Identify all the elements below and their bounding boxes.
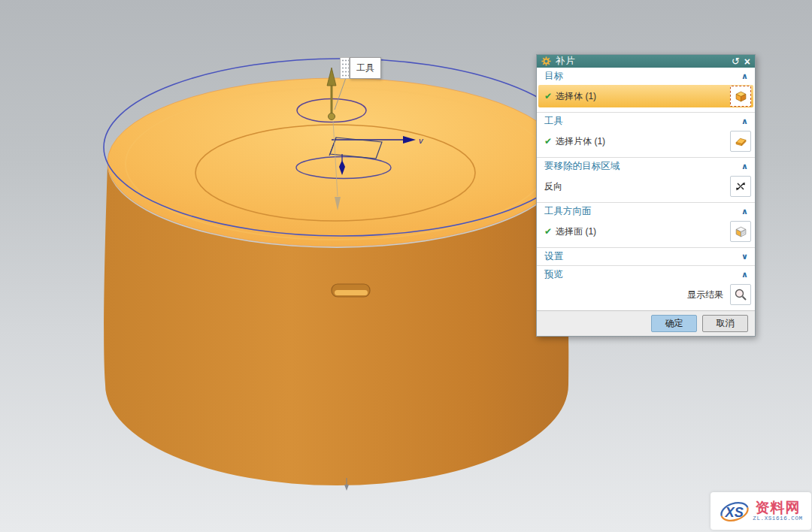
select-face-label: 选择面 (1) bbox=[556, 225, 596, 238]
section-preview-header[interactable]: 预览 ∧ bbox=[537, 266, 755, 283]
sheet-body-icon bbox=[735, 135, 747, 148]
solid-body-icon-button[interactable] bbox=[730, 86, 751, 107]
tooltip-grip-dots-icon bbox=[340, 57, 350, 79]
select-sheet-row[interactable]: ✔ 选择片体 (1) bbox=[537, 130, 755, 153]
solid-body-icon bbox=[735, 90, 747, 103]
face-select-icon bbox=[735, 225, 747, 238]
section-tool: 工具 ∧ ✔ 选择片体 (1) bbox=[537, 112, 755, 157]
watermark-domain: ZL.XS1616.COM bbox=[753, 516, 802, 522]
ok-button[interactable]: 确定 bbox=[651, 315, 697, 332]
cancel-button[interactable]: 取消 bbox=[702, 315, 748, 332]
section-preview: 预览 ∧ 显示结果 bbox=[537, 265, 755, 310]
dialog-title: 补片 bbox=[556, 55, 727, 68]
magnifier-icon bbox=[734, 288, 747, 301]
chevron-up-icon[interactable]: ∧ bbox=[741, 162, 748, 171]
select-body-label: 选择体 (1) bbox=[556, 90, 596, 103]
check-icon: ✔ bbox=[544, 226, 552, 237]
drag-tooltip: 工具 bbox=[340, 57, 381, 79]
select-sheet-label: 选择片体 (1) bbox=[556, 135, 605, 148]
chevron-up-icon[interactable]: ∧ bbox=[741, 116, 748, 126]
section-settings: 设置 ∨ bbox=[537, 247, 755, 265]
section-title: 预览 bbox=[544, 268, 741, 281]
reverse-direction-row: 反向 bbox=[537, 175, 755, 198]
xs-logo-icon: XS bbox=[719, 496, 750, 526]
dialog-body: 目标 ∧ ✔ 选择体 (1) 工 bbox=[537, 68, 755, 310]
section-title: 工具 bbox=[544, 115, 741, 128]
dialog-titlebar[interactable]: 补片 ↺ × bbox=[537, 55, 755, 68]
section-remove-region-header[interactable]: 要移除的目标区域 ∧ bbox=[537, 158, 755, 175]
chevron-up-icon[interactable]: ∧ bbox=[741, 207, 748, 216]
tooltip-label: 工具 bbox=[350, 57, 381, 79]
section-tool-direction: 工具方向面 ∧ ✔ 选择面 (1) bbox=[537, 202, 755, 247]
section-title: 工具方向面 bbox=[544, 205, 741, 218]
sheet-body-icon-button[interactable] bbox=[730, 131, 751, 152]
show-result-label: 显示结果 bbox=[687, 289, 723, 301]
reverse-direction-icon bbox=[735, 180, 747, 192]
check-icon: ✔ bbox=[544, 136, 552, 147]
select-body-row[interactable]: ✔ 选择体 (1) bbox=[538, 85, 753, 107]
reverse-direction-icon-button[interactable] bbox=[730, 176, 751, 197]
section-title: 设置 bbox=[544, 250, 741, 263]
section-title: 要移除的目标区域 bbox=[544, 160, 741, 173]
chevron-up-icon[interactable]: ∧ bbox=[741, 270, 748, 280]
xs-logo-text: XS bbox=[725, 505, 744, 520]
chevron-down-icon[interactable]: ∨ bbox=[741, 252, 748, 261]
section-settings-header[interactable]: 设置 ∨ bbox=[537, 248, 755, 265]
section-target: 目标 ∧ ✔ 选择体 (1) bbox=[537, 68, 755, 112]
watermark: XS 资料网 ZL.XS1616.COM bbox=[710, 492, 811, 530]
close-icon[interactable]: × bbox=[744, 56, 750, 67]
front-slot bbox=[332, 284, 370, 297]
reset-icon[interactable]: ↺ bbox=[732, 56, 740, 66]
section-remove-region: 要移除的目标区域 ∧ 反向 bbox=[537, 157, 755, 202]
application-window: v 工具 bbox=[0, 0, 812, 532]
dialog-footer: 确定 取消 bbox=[537, 310, 755, 336]
check-icon: ✔ bbox=[544, 91, 552, 101]
show-result-row: 显示结果 bbox=[537, 283, 755, 306]
section-target-header[interactable]: 目标 ∧ bbox=[537, 68, 755, 85]
show-result-button[interactable] bbox=[730, 284, 751, 305]
section-title: 目标 bbox=[544, 70, 741, 83]
chevron-up-icon[interactable]: ∧ bbox=[741, 71, 748, 81]
face-select-icon-button[interactable] bbox=[730, 221, 751, 242]
patch-dialog: 补片 ↺ × 目标 ∧ ✔ 选择体 (1) bbox=[536, 54, 756, 337]
gear-icon bbox=[541, 56, 551, 66]
select-face-row[interactable]: ✔ 选择面 (1) bbox=[537, 220, 755, 243]
watermark-site-name: 资料网 bbox=[756, 500, 801, 515]
section-tool-direction-header[interactable]: 工具方向面 ∧ bbox=[537, 203, 755, 220]
section-tool-header[interactable]: 工具 ∧ bbox=[537, 113, 755, 130]
reverse-label: 反向 bbox=[544, 180, 562, 193]
